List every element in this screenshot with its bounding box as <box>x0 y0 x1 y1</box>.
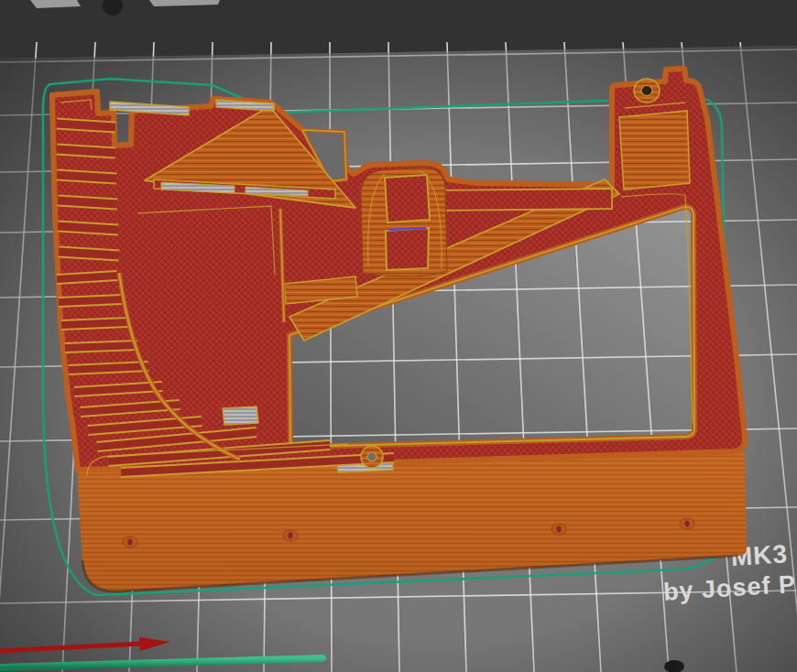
bottom-center-cylinder <box>361 446 383 468</box>
model-upper-web-arm <box>426 189 612 211</box>
top-right-cylinder <box>634 79 660 103</box>
model-center-boss[interactable] <box>361 168 447 276</box>
slicer-3d-viewport[interactable]: MK3 by Josef Pru <box>0 0 797 672</box>
